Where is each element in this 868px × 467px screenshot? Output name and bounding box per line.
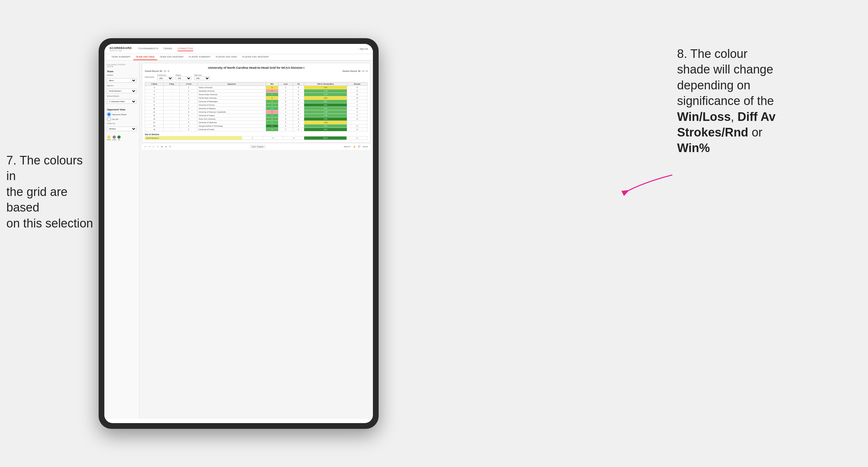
logo-area: SCOREBOARD Powered by clippi — [110, 46, 132, 52]
cell-diff: 1.67 — [304, 86, 347, 89]
subnav-player-h2h-heatmap[interactable]: PLAYER H2H HEATMAP — [240, 54, 271, 60]
clock-button[interactable]: ⏱ — [169, 146, 171, 148]
nav-teams[interactable]: TEAMS — [163, 46, 172, 51]
tablet-screen: SCOREBOARD Powered by clippi TOURNAMENTS… — [104, 44, 373, 423]
subnav-player-h2h-grid[interactable]: PLAYER H2H GRID — [213, 54, 240, 60]
paste-button[interactable]: ⊟ — [165, 145, 167, 148]
cell-reg: - — [163, 96, 180, 100]
col-win: Win — [266, 83, 278, 86]
grid-title: University of North Carolina Head-to-Hea… — [145, 66, 368, 69]
forward-button[interactable]: ↗ — [157, 145, 158, 148]
tablet-frame: SCOREBOARD Powered by clippi TOURNAMENTS… — [99, 38, 379, 429]
cell-reg: - — [163, 121, 180, 124]
cell-conf: 6 — [180, 111, 197, 114]
cell-rank: 3 — [145, 89, 163, 93]
cell-diff: 9.00 — [304, 103, 347, 107]
cell-rank: 11 — [145, 111, 163, 114]
colour-by-label: Colour by — [107, 122, 136, 124]
table-row: 12 - 3 University of Virginia 1 0 0 2.33… — [145, 114, 368, 117]
nav-committee[interactable]: COMMITTEE — [178, 46, 193, 51]
radio-opponents-played[interactable]: Opponents Played — [107, 112, 136, 117]
team-section-title: Team — [107, 70, 136, 73]
cell-conf: 1 — [180, 86, 197, 89]
cell-reg: - — [163, 100, 180, 103]
table-row: 2 - 1 Auburn University 2 1 0 1.67 9 — [145, 86, 368, 89]
conference-select[interactable]: (All) — [157, 76, 173, 80]
cell-rounds — [347, 121, 368, 124]
cell-rank: 15 — [145, 124, 163, 128]
right-arrow — [621, 172, 679, 197]
school-select[interactable]: 1. University of Nort... — [107, 99, 136, 104]
cell-diff: -4.33 — [304, 111, 347, 114]
logo-sub: Powered by clippi — [110, 50, 132, 52]
cell-tie: 0 — [293, 100, 304, 103]
ncaa-div2-rounds: 3 — [347, 136, 368, 140]
cell-diff: 6.62 — [304, 128, 347, 131]
cell-rounds: 8 — [347, 107, 368, 111]
cell-rounds: 3 — [347, 100, 368, 103]
last-updated: Last Updated: 27/03/2024 16:55:38 — [107, 64, 136, 67]
back-button[interactable]: ↙ — [153, 145, 154, 148]
thumbs-up-button[interactable]: 👍 — [353, 145, 355, 148]
view-original-button[interactable]: View: Original — [250, 145, 265, 148]
col-rounds: Rounds — [347, 83, 368, 86]
legend-down-dot — [107, 135, 111, 139]
undo-button[interactable]: ↩ — [145, 145, 146, 148]
ncaa-div2-loss: 0 — [263, 136, 283, 140]
division-select[interactable]: NCAA Division I — [107, 89, 136, 93]
nav-tournaments[interactable]: TOURNAMENTS — [138, 46, 158, 51]
cell-opponent: University of Florida — [197, 128, 266, 131]
col-diff: Diff Av Strokes/Rnd — [304, 83, 347, 86]
cell-rank: 9 — [145, 103, 163, 107]
cell-win: 0 — [266, 89, 278, 93]
table-row: 6 - 2 Florida State University 4 2 0 1.8… — [145, 96, 368, 100]
app-header: SCOREBOARD Powered by clippi TOURNAMENTS… — [104, 44, 373, 54]
cell-reg: - — [163, 124, 180, 128]
legend-down-label: Down — [107, 139, 111, 141]
gender-select[interactable]: Men's — [107, 78, 136, 83]
cell-opponent: University of Alabama — [197, 107, 266, 111]
division-label: Division — [107, 85, 136, 87]
subnav-team-h2h-grid[interactable]: TEAM H2H GRID — [133, 54, 157, 60]
right-annotation: 8. The colour shade will change dependin… — [677, 46, 862, 156]
region-select[interactable]: (All) — [176, 76, 191, 80]
cell-tie: 0 — [293, 86, 304, 89]
comment-button[interactable]: 💬 — [358, 145, 360, 148]
watch-button[interactable]: Watch ▾ — [344, 145, 351, 148]
logo-text: SCOREBOARD — [110, 46, 132, 50]
opponent-select[interactable]: (All) — [194, 76, 210, 80]
cell-tie: 0 — [293, 107, 304, 111]
cell-win: 3 — [266, 128, 278, 131]
cell-diff: 4.50 — [304, 124, 347, 128]
legend-up-label: Up — [117, 139, 121, 141]
cell-win: 0 — [266, 111, 278, 114]
cell-rank: 4 — [145, 93, 163, 96]
out-of-division-table: NCAA Division II 1 0 0 26.00 3 — [145, 136, 368, 140]
table-header-row: # Rank # Reg # Conf Opponent Win Loss Ti… — [145, 83, 368, 86]
subnav-player-summary[interactable]: PLAYER SUMMARY — [186, 54, 213, 60]
share-button[interactable]: Share — [363, 146, 368, 148]
cell-opponent: University of Arkansas, Fayetteville — [197, 111, 266, 114]
cell-reg: - — [163, 103, 180, 107]
colour-by-select[interactable]: Win/loss — [107, 127, 136, 131]
subnav-team-summary[interactable]: TEAM SUMMARY — [109, 54, 133, 60]
ncaa-div2-label: NCAA Division II — [145, 136, 242, 140]
cell-conf: 5 — [180, 107, 197, 111]
opponent-filter: Opponent (All) — [194, 74, 210, 80]
sign-out-button[interactable]: Sign out — [360, 48, 368, 50]
cell-opponent: University of Oklahoma — [197, 121, 266, 124]
copy-button[interactable]: ⊞ — [161, 145, 163, 148]
legend-level-label: Level — [112, 139, 116, 141]
out-of-division-header: Out of division — [145, 133, 368, 135]
cell-loss: 0 — [278, 107, 293, 111]
cell-loss: 0 — [278, 103, 293, 107]
subnav-team-h2h-heatmap[interactable]: TEAM H2H HEATMAP — [157, 54, 186, 60]
h2h-table: # Rank # Reg # Conf Opponent Win Loss Ti… — [145, 82, 368, 131]
cell-tie: 0 — [293, 114, 304, 117]
redo-button[interactable]: ↪ — [149, 145, 150, 148]
cell-rounds: 2 — [347, 103, 368, 107]
col-conf: # Conf — [180, 83, 197, 86]
color-legend: Down Level Up — [107, 135, 136, 141]
radio-top100[interactable]: Top 100 — [107, 117, 136, 121]
cell-win: 1 — [266, 121, 278, 124]
